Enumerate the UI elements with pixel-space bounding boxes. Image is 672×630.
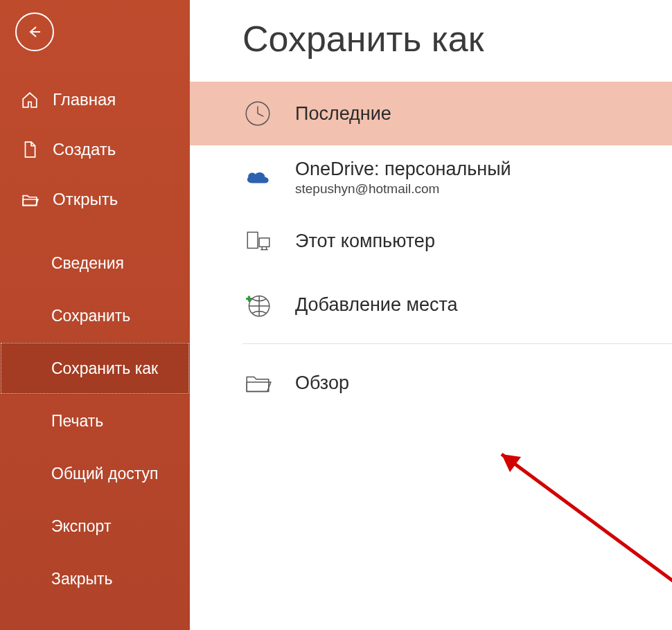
sidebar-item-label: Печать [51,412,103,431]
page-title: Сохранить как [190,18,672,60]
back-button[interactable] [15,12,54,51]
svg-line-12 [502,454,672,593]
option-label: Добавление места [295,294,458,316]
clock-icon [242,98,273,129]
sidebar-item-label: Открыть [53,190,118,209]
sidebar-item-print[interactable]: Печать [0,395,190,447]
option-label: Обзор [295,372,349,394]
option-label: Последние [295,103,391,125]
option-recent[interactable]: Последние [190,82,672,145]
add-place-icon [242,289,273,320]
annotation-arrow [481,440,672,609]
app-root: Главная Создать Открыть Сведения [0,0,672,630]
option-this-pc[interactable]: Этот компьютер [190,209,672,273]
sidebar-nav: Главная Создать Открыть Сведения [0,75,190,605]
sidebar-item-home[interactable]: Главная [0,75,190,125]
sidebar-item-label: Экспорт [51,517,111,536]
option-onedrive[interactable]: OneDrive: персональный stepushyn@hotmail… [190,145,672,209]
home-icon [19,89,40,110]
sidebar-item-label: Закрыть [51,570,113,588]
sidebar-item-close[interactable]: Закрыть [0,552,190,605]
sidebar-item-label: Сведения [51,254,124,273]
new-file-icon [19,139,40,160]
option-label: Этот компьютер [295,231,435,252]
sidebar-item-label: Сохранить как [51,359,158,378]
backstage-sidebar: Главная Создать Открыть Сведения [0,0,190,630]
sidebar-item-label: Создать [53,140,116,159]
sidebar-item-save-as[interactable]: Сохранить как [0,342,190,395]
svg-rect-5 [259,238,269,247]
sidebar-item-save[interactable]: Сохранить [0,289,190,342]
option-browse[interactable]: Обзор [190,351,672,415]
sidebar-item-new[interactable]: Создать [0,125,190,174]
option-label: OneDrive: персональный stepushyn@hotmail… [295,159,511,197]
sidebar-item-share[interactable]: Общий доступ [0,447,190,500]
option-label-main: OneDrive: персональный [295,159,511,179]
sidebar-item-export[interactable]: Экспорт [0,500,190,552]
sidebar-item-info[interactable]: Сведения [0,237,190,289]
sidebar-item-open[interactable]: Открыть [0,174,190,224]
sidebar-item-label: Общий доступ [51,465,159,483]
this-pc-icon [242,226,273,256]
onedrive-icon [242,162,273,192]
svg-rect-4 [247,232,258,248]
main-panel: Сохранить как Последние OneDrive: персон… [190,0,672,630]
sidebar-item-label: Главная [53,90,116,109]
option-label-sub: stepushyn@hotmail.com [295,181,511,197]
folder-open-icon [19,189,40,210]
sidebar-item-label: Сохранить [51,307,130,325]
back-arrow-icon [26,24,43,40]
divider [242,343,672,344]
folder-open-icon [242,368,273,398]
option-add-place[interactable]: Добавление места [190,273,672,336]
svg-line-3 [258,114,263,116]
svg-marker-13 [502,454,521,472]
save-location-list: Последние OneDrive: персональный stepush… [190,82,672,415]
